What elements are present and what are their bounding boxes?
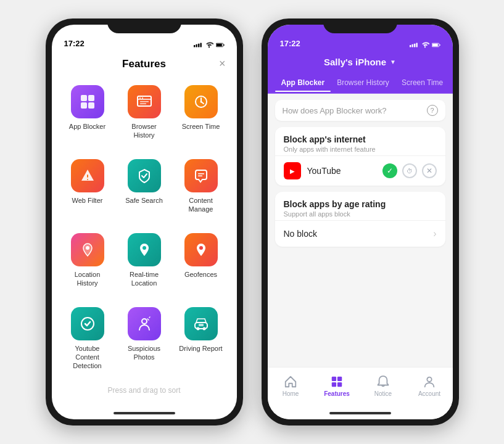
svg-point-21 — [200, 101, 202, 103]
device-dropdown-arrow[interactable]: ▼ — [390, 59, 396, 65]
feature-location-history[interactable]: Location History — [62, 227, 114, 296]
device-row[interactable]: Sally's iPhone ▼ — [268, 54, 453, 72]
svg-rect-9 — [88, 95, 94, 101]
block-age-section: Block apps by age rating Support all app… — [275, 192, 445, 247]
clock-icon[interactable]: ⏱ — [402, 163, 417, 178]
feature-youtube-content[interactable]: Youtube Content Detection — [62, 301, 114, 379]
location-history-svg — [79, 241, 96, 258]
check-icon[interactable]: ✓ — [382, 163, 397, 178]
svg-rect-25 — [198, 173, 204, 175]
youtube-content-icon — [71, 307, 104, 340]
app-blocker-icon — [71, 85, 104, 118]
notice-nav-icon — [376, 375, 390, 388]
realtime-location-icon — [128, 233, 161, 266]
svg-rect-1 — [196, 44, 197, 47]
svg-rect-38 — [414, 44, 415, 47]
home-indicator-2 — [329, 412, 391, 414]
svg-rect-46 — [332, 382, 336, 387]
safe-search-icon — [128, 159, 161, 192]
svg-rect-7 — [223, 44, 224, 46]
feature-suspicious-photos[interactable]: Suspicious Photos — [118, 301, 170, 379]
svg-rect-35 — [199, 324, 204, 326]
svg-rect-14 — [139, 97, 141, 99]
screen-time-icon — [184, 85, 218, 118]
svg-rect-42 — [432, 44, 437, 46]
svg-rect-16 — [140, 101, 149, 102]
status-time: 17:22 — [64, 39, 85, 48]
nav-notice-label: Notice — [374, 390, 392, 397]
tab-app-blocker[interactable]: App Blocker — [275, 73, 331, 92]
svg-rect-47 — [337, 382, 342, 387]
browser-history-icon — [128, 85, 161, 118]
web-filter-svg — [79, 167, 96, 184]
tab-screen-time[interactable]: Screen Time — [395, 73, 449, 92]
svg-rect-24 — [87, 179, 88, 180]
no-block-row[interactable]: No block › — [275, 220, 445, 247]
block-age-header: Block apps by age rating Support all app… — [275, 192, 445, 220]
block-internet-section: Block app's internet Only apps with inte… — [275, 127, 445, 186]
search-bar[interactable]: How does App Blocker work? ? — [275, 100, 445, 121]
location-history-icon — [71, 233, 104, 266]
tabs-bar: App Blocker Browser History Screen Time … — [268, 72, 453, 94]
svg-rect-45 — [337, 377, 342, 381]
feature-web-filter[interactable]: Web Filter — [62, 153, 114, 222]
svg-point-33 — [196, 327, 199, 330]
svg-point-27 — [86, 246, 89, 250]
status-icons-2 — [410, 42, 440, 48]
feature-app-blocker[interactable]: App Blocker — [62, 79, 114, 148]
nav-account-label: Account — [418, 390, 440, 397]
svg-rect-6 — [216, 44, 221, 46]
app-blocker-svg — [79, 93, 96, 110]
feature-screen-time[interactable]: Screen Time — [175, 79, 227, 148]
close-button[interactable]: × — [219, 58, 226, 69]
youtube-action-icons: ✓ ⏱ ✕ — [382, 163, 437, 178]
signal-icon-2 — [410, 42, 418, 48]
svg-point-48 — [427, 377, 431, 382]
nav-notice[interactable]: Notice — [360, 372, 407, 400]
web-filter-icon — [71, 159, 104, 192]
features-grid: App Blocker Browser History — [52, 79, 237, 379]
feature-browser-history[interactable]: Browser History — [118, 79, 170, 148]
suspicious-photos-icon — [128, 307, 161, 340]
location-history-label: Location History — [64, 270, 111, 288]
driving-report-icon — [184, 307, 218, 340]
no-block-label: No block — [284, 229, 317, 239]
tab-more[interactable]: V — [449, 73, 452, 92]
block-age-subtitle: Support all apps block — [284, 210, 437, 218]
feature-safe-search[interactable]: Safe Search — [118, 153, 170, 222]
svg-rect-2 — [198, 44, 199, 47]
svg-rect-23 — [87, 175, 88, 178]
account-nav-icon — [423, 375, 436, 388]
svg-point-31 — [142, 319, 147, 324]
safe-search-svg — [136, 167, 153, 184]
driving-svg — [192, 315, 210, 332]
app-blocker-header: Sally's iPhone ▼ App Blocker Browser His… — [268, 52, 453, 94]
block-internet-title: Block app's internet — [284, 134, 437, 144]
nav-features[interactable]: Features — [314, 372, 360, 400]
svg-rect-43 — [439, 44, 440, 46]
tab-browser-history[interactable]: Browser History — [331, 73, 395, 92]
suspicious-photos-label: Suspicious Photos — [121, 344, 168, 362]
realtime-svg — [136, 241, 153, 258]
svg-rect-39 — [416, 43, 417, 47]
nav-home[interactable]: Home — [268, 372, 314, 400]
features-nav-icon — [330, 375, 344, 388]
geofences-svg — [192, 241, 210, 258]
app-blocker-content: How does App Blocker work? ? Block app's… — [268, 94, 453, 367]
svg-rect-26 — [198, 175, 202, 176]
status-time-2: 17:22 — [280, 39, 300, 48]
x-icon[interactable]: ✕ — [422, 163, 437, 178]
wifi-icon — [205, 42, 213, 48]
feature-realtime-location[interactable]: Real-time Location — [118, 227, 170, 296]
svg-point-4 — [208, 46, 209, 47]
nav-account[interactable]: Account — [407, 372, 453, 400]
feature-driving-report[interactable]: Driving Report — [175, 301, 227, 379]
info-icon[interactable]: ? — [427, 105, 438, 116]
realtime-location-label: Real-time Location — [121, 270, 168, 288]
wifi-icon-2 — [421, 42, 429, 48]
screen-time-label: Screen Time — [182, 122, 220, 131]
home-indicator — [114, 412, 175, 414]
feature-geofences[interactable]: Geofences — [175, 227, 227, 296]
svg-point-40 — [424, 46, 425, 47]
feature-content-manage[interactable]: Content Manage — [175, 153, 227, 222]
